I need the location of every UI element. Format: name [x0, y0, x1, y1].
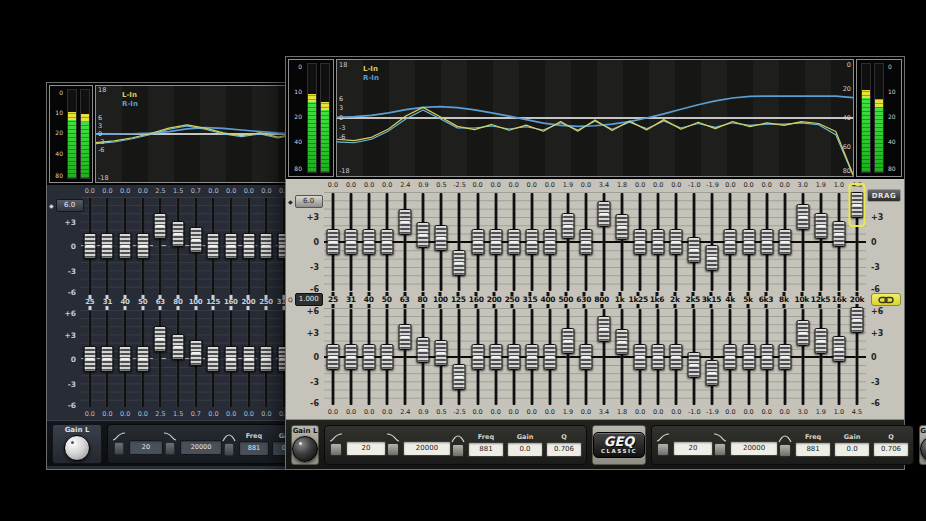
- fader-handle[interactable]: [688, 237, 701, 263]
- fader-handle[interactable]: [832, 221, 845, 247]
- drag-button[interactable]: DRAG: [867, 189, 901, 202]
- bell-freq-value[interactable]: 881: [468, 442, 504, 457]
- fader-handle[interactable]: [850, 192, 863, 218]
- fader-handle[interactable]: [760, 344, 773, 370]
- fader-handle[interactable]: [507, 229, 520, 255]
- fader-handle[interactable]: [652, 229, 665, 255]
- fader-handle[interactable]: [652, 344, 665, 370]
- geq-classic-window-front[interactable]: 010204080 18630-3-6-18020406080L-InR-In …: [285, 56, 905, 470]
- fader-handle[interactable]: [688, 352, 701, 378]
- fader-handle[interactable]: [101, 346, 114, 372]
- fader-handle[interactable]: [598, 201, 611, 227]
- gain-l-knob[interactable]: [64, 435, 90, 461]
- lowpass-freq-value[interactable]: 20000: [180, 440, 222, 455]
- bell-gain-value[interactable]: 0.0: [507, 442, 543, 457]
- fader-handle[interactable]: [119, 346, 132, 372]
- fader-handle[interactable]: [83, 233, 96, 259]
- fader-handle[interactable]: [435, 340, 448, 366]
- highpass-freq-value[interactable]: 20: [129, 440, 163, 455]
- fader-handle[interactable]: [381, 229, 394, 255]
- fader-handle[interactable]: [327, 344, 340, 370]
- highpass-enable-button[interactable]: [330, 443, 342, 456]
- bell-enable-button[interactable]: [224, 443, 234, 456]
- fader-handle[interactable]: [225, 233, 238, 259]
- fader-handle[interactable]: [399, 209, 412, 235]
- fader-handle[interactable]: [598, 316, 611, 342]
- fader-handle[interactable]: [760, 229, 773, 255]
- fader-handle[interactable]: [399, 324, 412, 350]
- gain-r-knob[interactable]: [920, 436, 926, 462]
- bell-q-value[interactable]: 0.706: [546, 442, 582, 457]
- bell-enable-button[interactable]: [779, 444, 791, 457]
- channels-link-button[interactable]: [871, 293, 901, 306]
- lowpass-freq-value[interactable]: 20000: [730, 441, 778, 456]
- fader-handle[interactable]: [136, 346, 149, 372]
- fader-handle[interactable]: [634, 344, 647, 370]
- fader-handle[interactable]: [101, 233, 114, 259]
- range-value-box[interactable]: 6.0: [295, 195, 323, 208]
- fader-handle[interactable]: [724, 344, 737, 370]
- fader-handle[interactable]: [543, 229, 556, 255]
- fader-handle[interactable]: [616, 329, 629, 355]
- fader-handle[interactable]: [832, 336, 845, 362]
- fader-handle[interactable]: [172, 221, 185, 247]
- range-value-box[interactable]: 6.0: [56, 199, 84, 212]
- lowpass-enable-button[interactable]: [387, 443, 399, 456]
- highpass-enable-button[interactable]: [657, 443, 669, 456]
- fader-handle[interactable]: [260, 233, 273, 259]
- fader-handle[interactable]: [242, 233, 255, 259]
- highpass-freq-value[interactable]: 20: [346, 441, 386, 456]
- fader-handle[interactable]: [489, 344, 502, 370]
- fader-handle[interactable]: [634, 229, 647, 255]
- fader-handle[interactable]: [814, 213, 827, 239]
- fader-handle[interactable]: [543, 344, 556, 370]
- fader-handle[interactable]: [417, 337, 430, 363]
- fader-handle[interactable]: [435, 225, 448, 251]
- fader-handle[interactable]: [507, 344, 520, 370]
- fader-handle[interactable]: [742, 229, 755, 255]
- fader-handle[interactable]: [489, 229, 502, 255]
- fader-handle[interactable]: [207, 233, 220, 259]
- fader-handle[interactable]: [242, 346, 255, 372]
- fader-handle[interactable]: [670, 344, 683, 370]
- lowpass-freq-value[interactable]: 20000: [403, 441, 451, 456]
- fader-handle[interactable]: [417, 222, 430, 248]
- fader-handle[interactable]: [345, 229, 358, 255]
- fader-handle[interactable]: [742, 344, 755, 370]
- bell-freq-value[interactable]: 881: [795, 442, 831, 457]
- bell-q-value[interactable]: 0.706: [873, 442, 909, 457]
- fader-handle[interactable]: [471, 344, 484, 370]
- fader-handle[interactable]: [207, 346, 220, 372]
- fader-handle[interactable]: [579, 229, 592, 255]
- fader-handle[interactable]: [579, 344, 592, 370]
- fader-handle[interactable]: [850, 307, 863, 333]
- bell-enable-button[interactable]: [452, 444, 464, 457]
- fader-handle[interactable]: [154, 326, 167, 352]
- fader-handle[interactable]: [778, 344, 791, 370]
- highpass-enable-button[interactable]: [114, 442, 124, 455]
- fader-handle[interactable]: [525, 229, 538, 255]
- highpass-freq-value[interactable]: 20: [673, 441, 713, 456]
- fader-handle[interactable]: [525, 344, 538, 370]
- fader-handle[interactable]: [225, 346, 238, 372]
- lowpass-enable-button[interactable]: [165, 442, 175, 455]
- fader-handle[interactable]: [796, 320, 809, 346]
- fader-handle[interactable]: [363, 229, 376, 255]
- fader-handle[interactable]: [83, 346, 96, 372]
- fader-handle[interactable]: [778, 229, 791, 255]
- fader-handle[interactable]: [327, 229, 340, 255]
- fader-handle[interactable]: [796, 204, 809, 230]
- fader-handle[interactable]: [814, 328, 827, 354]
- fader-handle[interactable]: [136, 233, 149, 259]
- fader-handle[interactable]: [706, 245, 719, 271]
- fader-handle[interactable]: [189, 227, 202, 253]
- fader-handle[interactable]: [453, 364, 466, 390]
- fader-handle[interactable]: [345, 344, 358, 370]
- fader-handle[interactable]: [260, 346, 273, 372]
- bell-freq-value[interactable]: 881: [239, 441, 269, 456]
- fader-handle[interactable]: [453, 250, 466, 276]
- fader-handle[interactable]: [363, 344, 376, 370]
- fader-handle[interactable]: [561, 213, 574, 239]
- fader-handle[interactable]: [724, 229, 737, 255]
- fader-handle[interactable]: [670, 229, 683, 255]
